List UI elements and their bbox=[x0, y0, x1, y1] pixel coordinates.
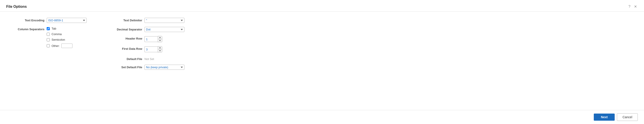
first-data-row-up-btn[interactable]: ▲ bbox=[158, 46, 162, 49]
dialog-body: Text Encoding ISO-8859-1 Column Separato… bbox=[0, 12, 644, 110]
header-row-down-btn[interactable]: ▼ bbox=[158, 39, 162, 42]
default-file-value: Not Set bbox=[144, 56, 154, 61]
header-icons: ? ✕ bbox=[628, 4, 638, 9]
comma-label: Comma bbox=[52, 32, 62, 36]
left-panel: Text Encoding ISO-8859-1 Column Separato… bbox=[9, 18, 87, 104]
first-data-row-label: First Data Row bbox=[104, 46, 142, 50]
column-separators-label: Column Separators bbox=[9, 27, 44, 31]
dialog-title: File Options bbox=[6, 5, 27, 9]
first-data-row-input[interactable]: 3 bbox=[144, 46, 158, 52]
other-input[interactable] bbox=[61, 44, 72, 48]
set-default-file-select[interactable]: No (keep private) Yes (public) Yes (priv… bbox=[144, 65, 184, 70]
close-icon[interactable]: ✕ bbox=[633, 4, 638, 9]
decimal-separator-select[interactable]: Dot Comma bbox=[144, 27, 184, 32]
header-row-row: Header Row 1 ▲ ▼ bbox=[104, 36, 184, 42]
header-row-label: Header Row bbox=[104, 36, 142, 40]
checkbox-group: Tab Comma Semicolon Other: bbox=[47, 27, 72, 48]
comma-checkbox[interactable] bbox=[47, 33, 50, 36]
semicolon-label: Semicolon bbox=[52, 38, 65, 41]
dialog-footer: Next Cancel bbox=[0, 110, 644, 124]
semicolon-checkbox-row: Semicolon bbox=[47, 38, 72, 41]
help-icon[interactable]: ? bbox=[628, 4, 631, 9]
comma-checkbox-row: Comma bbox=[47, 32, 72, 36]
default-file-row: Default File Not Set bbox=[104, 56, 184, 61]
first-data-row-row: First Data Row 3 ▲ ▼ bbox=[104, 46, 184, 52]
header-row-input[interactable]: 1 bbox=[144, 36, 158, 42]
other-label: Other: bbox=[52, 44, 60, 48]
text-delimiter-select[interactable]: " bbox=[144, 18, 184, 23]
other-checkbox[interactable] bbox=[47, 44, 50, 47]
header-row-spinner-buttons: ▲ ▼ bbox=[158, 36, 162, 42]
other-checkbox-row: Other: bbox=[47, 44, 72, 48]
header-row-up-btn[interactable]: ▲ bbox=[158, 36, 162, 39]
column-separators-row: Column Separators Tab Comma Semicolon bbox=[9, 27, 87, 48]
cancel-button[interactable]: Cancel bbox=[617, 113, 638, 121]
dialog: File Options ? ✕ Text Encoding ISO-8859-… bbox=[0, 0, 644, 124]
decimal-separator-label: Decimal Separator bbox=[104, 27, 142, 31]
header-row-spinner: 1 ▲ ▼ bbox=[144, 36, 162, 42]
tab-checkbox[interactable] bbox=[47, 27, 50, 30]
text-delimiter-row: Text Delimiter " bbox=[104, 18, 184, 23]
text-delimiter-label: Text Delimiter bbox=[104, 18, 142, 22]
tab-checkbox-row: Tab bbox=[47, 27, 72, 30]
dialog-header: File Options ? ✕ bbox=[0, 0, 644, 12]
next-button[interactable]: Next bbox=[594, 114, 615, 121]
default-file-label: Default File bbox=[104, 56, 142, 61]
right-panel: Text Delimiter " Decimal Separator Dot C… bbox=[104, 18, 184, 104]
text-encoding-select[interactable]: ISO-8859-1 bbox=[47, 18, 87, 23]
semicolon-checkbox[interactable] bbox=[47, 38, 50, 41]
first-data-row-down-btn[interactable]: ▼ bbox=[158, 49, 162, 52]
text-encoding-row: Text Encoding ISO-8859-1 bbox=[9, 18, 87, 23]
text-encoding-label: Text Encoding bbox=[9, 18, 44, 22]
set-default-file-row: Set Default File No (keep private) Yes (… bbox=[104, 65, 184, 70]
set-default-file-label: Set Default File bbox=[104, 65, 142, 69]
first-data-row-spinner-buttons: ▲ ▼ bbox=[158, 46, 162, 52]
first-data-row-spinner: 3 ▲ ▼ bbox=[144, 46, 162, 52]
decimal-separator-row: Decimal Separator Dot Comma bbox=[104, 27, 184, 32]
tab-label: Tab bbox=[52, 27, 56, 30]
